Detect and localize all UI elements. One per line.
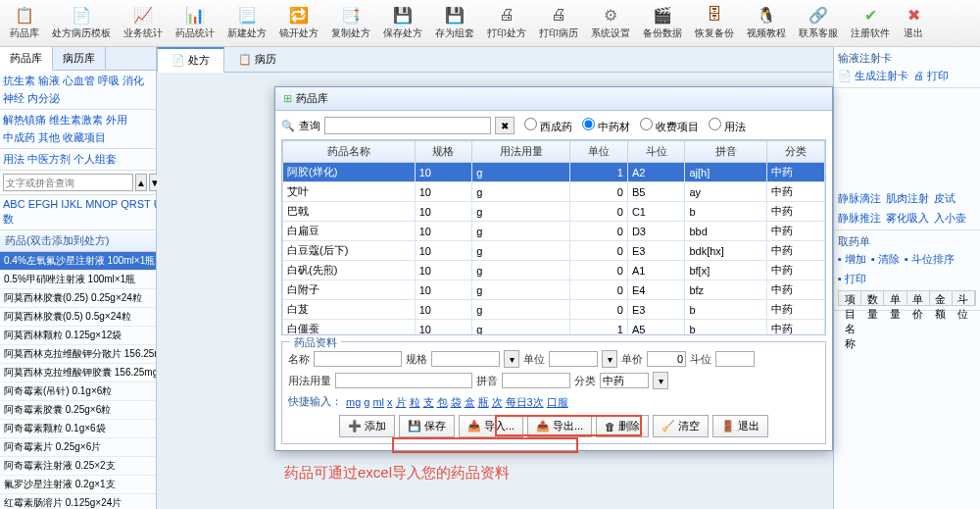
quick-片[interactable]: 片 — [396, 396, 407, 408]
drug-row[interactable]: 阿莫西林克拉维酸钾分散片 156.25mg×18片 — [0, 345, 156, 364]
radio-西成药[interactable]: 西成药 — [524, 118, 572, 134]
quick-ml[interactable]: ml — [372, 396, 384, 408]
drug-row[interactable]: 阿莫西林颗粒 0.125g×12袋 — [0, 327, 156, 345]
table-row[interactable]: 阿胶(烊化)10g1A2aj[h]中药 — [283, 163, 825, 182]
radio-收费项目[interactable]: 收费项目 — [640, 118, 699, 134]
col-header[interactable]: 分类 — [767, 141, 825, 163]
filter-输液[interactable]: 输液 — [38, 74, 60, 88]
cat-dropdown[interactable]: ▾ — [653, 372, 668, 389]
table-row[interactable]: 白矾(先煎)10g0A1bf[x]中药 — [283, 261, 825, 280]
col-header[interactable]: 拼音 — [685, 141, 767, 163]
filter-外用[interactable]: 外用 — [106, 113, 127, 127]
toolbar-17[interactable]: ✖退出 — [897, 2, 930, 44]
spec-dropdown[interactable]: ▾ — [504, 350, 519, 368]
filter-其他[interactable]: 其他 — [38, 130, 60, 145]
rlink-静脉推注[interactable]: 静脉推注 — [838, 211, 881, 226]
quick-x[interactable]: x — [387, 396, 393, 408]
btn-导入...[interactable]: 📥导入... — [459, 415, 523, 437]
drug-search-input[interactable] — [3, 174, 133, 191]
take-增加[interactable]: ▪ 增加 — [838, 252, 866, 267]
toolbar-13[interactable]: 🗄恢复备份 — [689, 2, 740, 44]
radio-用法[interactable]: 用法 — [709, 118, 746, 134]
filter-心血管[interactable]: 心血管 — [63, 74, 95, 88]
toolbar-8[interactable]: 💾存为组套 — [429, 2, 480, 44]
filter-收藏项目[interactable]: 收藏项目 — [63, 130, 106, 145]
filter-神经[interactable]: 神经 — [3, 91, 24, 106]
quick-g[interactable]: g — [364, 396, 369, 408]
toolbar-3[interactable]: 📊药品统计 — [170, 2, 220, 44]
filter-中医方剂[interactable]: 中医方剂 — [27, 152, 71, 167]
filter-消化[interactable]: 消化 — [122, 74, 144, 88]
drug-row[interactable]: 红霉素肠溶片 0.125g×24片 — [0, 494, 156, 509]
unit-dropdown[interactable]: ▾ — [602, 350, 617, 368]
rlink-肌肉注射[interactable]: 肌肉注射 — [886, 191, 929, 206]
price-input[interactable] — [647, 351, 686, 367]
alpha-数[interactable]: 数 — [3, 213, 14, 225]
filter-中成药[interactable]: 中成药 — [3, 130, 35, 145]
drug-row[interactable]: 阿奇霉素片 0.25g×6片 — [0, 438, 156, 457]
alpha-ABC[interactable]: ABC — [3, 198, 25, 210]
col-header[interactable]: 单位 — [570, 141, 628, 163]
toolbar-0[interactable]: 📋药品库 — [4, 2, 45, 44]
alpha-EFGH[interactable]: EFGH — [28, 198, 59, 210]
filter-解热镇痛[interactable]: 解热镇痛 — [3, 113, 46, 127]
table-row[interactable]: 白豆蔻(后下)10g0E3bdk[hx]中药 — [283, 241, 825, 261]
col-header[interactable]: 用法用量 — [472, 141, 570, 163]
rlink-入小壶[interactable]: 入小壶 — [934, 211, 966, 226]
filter-维生素激素[interactable]: 维生素激素 — [49, 113, 103, 127]
spec-input[interactable] — [431, 351, 500, 367]
filter-抗生素[interactable]: 抗生素 — [3, 74, 35, 88]
table-row[interactable]: 巴戟10g0C1b中药 — [283, 202, 825, 222]
alpha-IJKL[interactable]: IJKL — [61, 198, 82, 210]
toolbar-10[interactable]: 🖨打印病历 — [533, 2, 584, 44]
search-up-button[interactable]: ▲ — [135, 174, 147, 191]
toolbar-12[interactable]: 🎬备份数据 — [637, 2, 688, 44]
quick-mg[interactable]: mg — [346, 396, 361, 408]
drug-row[interactable]: 阿莫西林克拉维酸钾胶囊 156.25mg×18片 — [0, 364, 156, 382]
table-row[interactable]: 白僵蚕10g1A5b中药 — [283, 320, 825, 336]
rlink-皮试[interactable]: 皮试 — [934, 191, 956, 206]
quick-瓶[interactable]: 瓶 — [478, 396, 489, 408]
toolbar-7[interactable]: 💾保存处方 — [377, 2, 428, 44]
pinyin-input[interactable] — [502, 373, 570, 388]
alpha-MNOP[interactable]: MNOP — [85, 198, 118, 210]
table-row[interactable]: 白附子10g0E4bfz中药 — [283, 280, 825, 300]
quick-口服[interactable]: 口服 — [547, 396, 568, 408]
rlink-雾化吸入[interactable]: 雾化吸入 — [886, 211, 929, 226]
btn-删除[interactable]: 🗑删除 — [596, 415, 649, 437]
col-header[interactable]: 斗位 — [627, 141, 685, 163]
toolbar-4[interactable]: 📃新建处方 — [221, 2, 272, 44]
name-input[interactable] — [314, 351, 402, 367]
filter-内分泌[interactable]: 内分泌 — [27, 91, 60, 106]
quick-次[interactable]: 次 — [492, 396, 503, 408]
btn-添加[interactable]: ➕添加 — [339, 415, 395, 437]
gen-inject-card-link[interactable]: 📄 生成注射卡 — [838, 69, 908, 83]
btn-导出...[interactable]: 📤导出... — [527, 415, 592, 437]
table-row[interactable]: 艾叶10g0B5ay中药 — [283, 182, 825, 202]
tab-medical-record[interactable]: 📋病历 — [224, 47, 290, 72]
print-inject-link[interactable]: 🖨 打印 — [913, 69, 949, 83]
quick-盒[interactable]: 盒 — [465, 396, 475, 408]
toolbar-14[interactable]: 🐧视频教程 — [741, 2, 792, 44]
drug-row[interactable]: 阿莫西林胶囊(0.25) 0.25g×24粒 — [0, 289, 156, 308]
toolbar-6[interactable]: 📑复制处方 — [325, 2, 376, 44]
douwei-input[interactable] — [715, 351, 755, 367]
radio-中药材[interactable]: 中药材 — [582, 118, 630, 134]
drug-row[interactable]: 0.5%甲硝唑注射液 100ml×1瓶 — [0, 271, 156, 289]
quick-粒[interactable]: 粒 — [410, 396, 420, 408]
unit-input[interactable] — [549, 351, 598, 367]
col-header[interactable]: 规格 — [415, 141, 472, 163]
drug-row[interactable]: 阿莫西林胶囊(0.5) 0.5g×24粒 — [0, 308, 156, 327]
quick-每日3次[interactable]: 每日3次 — [506, 396, 544, 408]
filter-用法[interactable]: 用法 — [3, 152, 24, 167]
table-row[interactable]: 白扁豆10g0D3bbd中药 — [283, 222, 825, 241]
rlink-静脉滴注[interactable]: 静脉滴注 — [838, 191, 881, 206]
usage-input[interactable] — [335, 373, 472, 388]
btn-清空[interactable]: 🧹清空 — [653, 415, 709, 437]
tab-record-lib[interactable]: 病历库 — [53, 47, 106, 70]
quick-支[interactable]: 支 — [423, 396, 434, 408]
filter-呼吸[interactable]: 呼吸 — [98, 74, 120, 88]
btn-保存[interactable]: 💾保存 — [399, 415, 455, 437]
dialog-search-button[interactable]: ✖ — [495, 117, 514, 134]
tab-prescription[interactable]: 📄处方 — [157, 47, 224, 73]
